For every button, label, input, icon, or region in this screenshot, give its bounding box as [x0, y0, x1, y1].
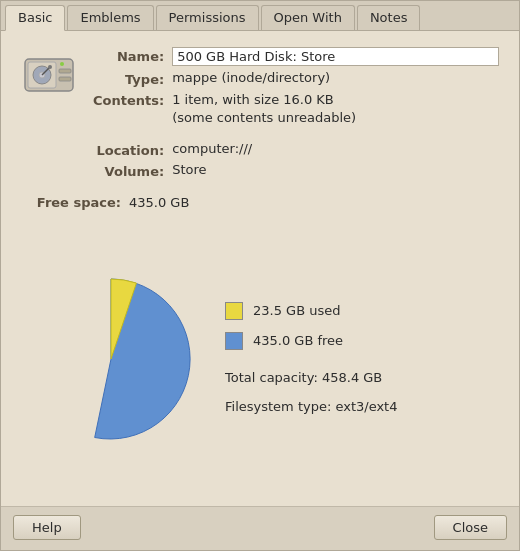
main-content: Name: Type: mappe (inode/directory) Cont…	[1, 31, 519, 506]
hdd-icon	[21, 47, 77, 103]
legend-and-info: 23.5 GB used 435.0 GB free Total capacit…	[225, 302, 397, 419]
filesystem-type: Filesystem type: ext3/ext4	[225, 395, 397, 418]
legend-free-text: 435.0 GB free	[253, 333, 343, 348]
legend-used: 23.5 GB used	[225, 302, 397, 320]
contents-label: Contents:	[93, 91, 164, 127]
tab-notes[interactable]: Notes	[357, 5, 421, 30]
location-label: Location:	[93, 141, 164, 158]
freespace-value: 435.0 GB	[129, 195, 189, 210]
volume-value: Store	[172, 162, 499, 179]
legend-free-box	[225, 332, 243, 350]
contents-value: 1 item, with size 16.0 KB (some contents…	[172, 91, 499, 127]
close-button[interactable]: Close	[434, 515, 507, 540]
freespace-row: Free space: 435.0 GB	[21, 195, 499, 210]
tab-basic[interactable]: Basic	[5, 5, 65, 31]
tab-bar: Basic Emblems Permissions Open With Note…	[1, 1, 519, 31]
total-capacity: Total capacity: 458.4 GB	[225, 366, 397, 389]
svg-point-8	[60, 62, 64, 66]
contents-line1: 1 item, with size 16.0 KB	[172, 92, 334, 107]
file-properties-dialog: Basic Emblems Permissions Open With Note…	[0, 0, 520, 551]
contents-line2: (some contents unreadable)	[172, 110, 356, 125]
freespace-label: Free space:	[21, 195, 121, 210]
name-input[interactable]	[172, 47, 499, 66]
total-info: Total capacity: 458.4 GB Filesystem type…	[225, 366, 397, 419]
tab-emblems[interactable]: Emblems	[67, 5, 153, 30]
svg-rect-7	[59, 77, 71, 81]
help-button[interactable]: Help	[13, 515, 81, 540]
location-value: computer:///	[172, 141, 499, 158]
legend-used-text: 23.5 GB used	[253, 303, 340, 318]
svg-point-5	[48, 65, 52, 69]
svg-rect-6	[59, 69, 71, 73]
legend-used-box	[225, 302, 243, 320]
type-value: mappe (inode/directory)	[172, 70, 499, 87]
legend-free: 435.0 GB free	[225, 332, 397, 350]
chart-area: 23.5 GB used 435.0 GB free Total capacit…	[21, 230, 499, 490]
name-label: Name:	[93, 47, 164, 66]
top-section: Name: Type: mappe (inode/directory) Cont…	[21, 47, 499, 179]
tab-permissions[interactable]: Permissions	[156, 5, 259, 30]
name-field-container	[172, 47, 499, 66]
volume-label: Volume:	[93, 162, 164, 179]
type-label: Type:	[93, 70, 164, 87]
pie-chart	[21, 269, 201, 452]
info-grid: Name: Type: mappe (inode/directory) Cont…	[93, 47, 499, 179]
tab-open-with[interactable]: Open With	[261, 5, 355, 30]
button-bar: Help Close	[1, 506, 519, 550]
